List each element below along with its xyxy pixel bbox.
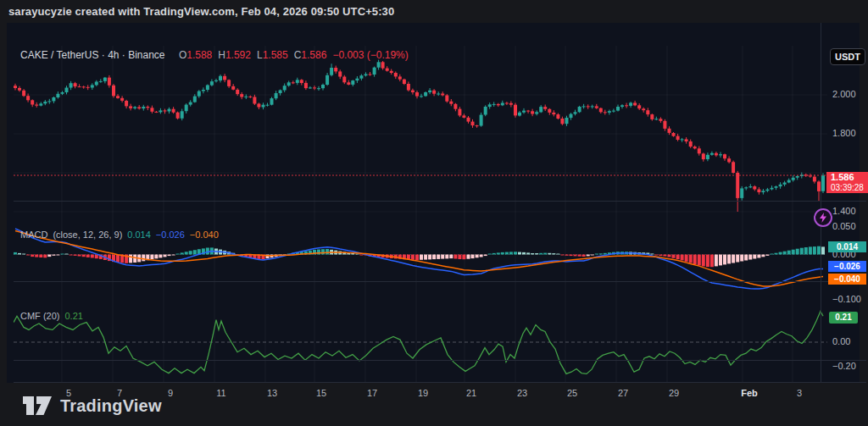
- macd-title[interactable]: MACD: [20, 230, 47, 240]
- symbol-header[interactable]: CAKE / TetherUS · 4h · Binance O1.588H1.…: [20, 49, 409, 61]
- axis-tick-2.000: 2.000: [832, 89, 856, 99]
- boost-flash-icon[interactable]: [814, 208, 832, 227]
- time-tick-27: 27: [618, 388, 628, 398]
- axis-tick-−0.20: −0.20: [832, 361, 856, 371]
- candles: [14, 60, 825, 212]
- chart-widget[interactable]: CAKE / TetherUS · 4h · Binance O1.588H1.…: [7, 23, 860, 383]
- macd-signal-value: −0.040: [190, 230, 219, 240]
- time-tick-3: 3: [797, 388, 802, 398]
- macd-hist-value: 0.014: [127, 230, 151, 240]
- macd-line-value: −0.026: [156, 230, 185, 240]
- time-tick-15: 15: [316, 388, 326, 398]
- low-value: 1.585: [263, 49, 288, 61]
- macd-legend[interactable]: MACD(close, 12, 26, 9)0.014−0.026−0.040: [20, 230, 224, 240]
- macd-signal-badge: −0.040: [828, 274, 866, 285]
- time-axis[interactable]: 57911131517192123252729Feb3: [14, 383, 827, 406]
- watermark-bar: sarayucyzie created with TradingView.com…: [0, 0, 868, 23]
- pane-separator-macd[interactable]: [14, 201, 866, 202]
- macd-hist-badge: 0.014: [828, 241, 866, 252]
- bar-countdown: 03:39:28: [831, 183, 868, 192]
- time-tick-9: 9: [168, 388, 173, 398]
- cmf-value: 0.21: [64, 311, 82, 321]
- time-tick-7: 7: [117, 388, 122, 398]
- tradingview-chart-screenshot: sarayucyzie created with TradingView.com…: [0, 0, 868, 426]
- high-label: H: [218, 49, 225, 61]
- time-tick-5: 5: [66, 388, 71, 398]
- axis-tick-1.400: 1.400: [832, 206, 856, 216]
- cmf-value-badge: 0.21: [829, 312, 858, 324]
- axis-tick-1.800: 1.800: [832, 128, 856, 138]
- axis-tick-0.050: 0.050: [832, 221, 856, 231]
- axis-tick-0.00: 0.00: [832, 336, 850, 346]
- macd-params: (close, 12, 26, 9): [53, 230, 122, 240]
- currency-toggle-button[interactable]: USDT: [830, 48, 865, 65]
- price-axis[interactable]: USDT 2.0001.8001.4000.0500.000−0.1000.00…: [827, 46, 866, 383]
- axis-separator: [821, 23, 821, 383]
- time-tick-29: 29: [669, 388, 679, 398]
- time-tick-19: 19: [418, 388, 428, 398]
- open-label: O: [179, 49, 186, 61]
- symbol-title[interactable]: CAKE / TetherUS · 4h · Binance: [20, 49, 165, 61]
- time-axis-border: [14, 360, 866, 361]
- axis-tick-−0.100: −0.100: [832, 294, 861, 304]
- last-price: 1.586: [831, 172, 868, 183]
- time-tick-13: 13: [267, 388, 277, 398]
- high-value: 1.592: [225, 49, 251, 61]
- time-tick-11: 11: [216, 388, 225, 398]
- price-pane[interactable]: [14, 46, 827, 224]
- macd-histogram: [14, 246, 825, 268]
- time-tick-21: 21: [466, 388, 476, 398]
- watermark-text: sarayucyzie created with TradingView.com…: [8, 5, 394, 18]
- change-value: −0.003 (−0.19%): [332, 49, 408, 61]
- lightning-bolt-icon: [819, 213, 827, 223]
- time-tick-25: 25: [567, 388, 577, 398]
- time-tick-feb: Feb: [741, 388, 758, 398]
- time-tick-23: 23: [517, 388, 527, 398]
- cmf-legend[interactable]: CMF (20)0.21: [20, 311, 88, 321]
- low-label: L: [257, 49, 263, 61]
- macd-line-badge: −0.026: [828, 261, 866, 272]
- open-value: 1.588: [186, 49, 212, 61]
- cmf-pane[interactable]: [14, 304, 827, 383]
- close-value: 1.586: [301, 49, 326, 61]
- time-tick-17: 17: [367, 388, 377, 398]
- pane-separator-cmf[interactable]: [14, 281, 866, 282]
- cmf-title[interactable]: CMF (20): [20, 311, 59, 321]
- last-price-badge: 1.586 03:39:28: [826, 172, 868, 193]
